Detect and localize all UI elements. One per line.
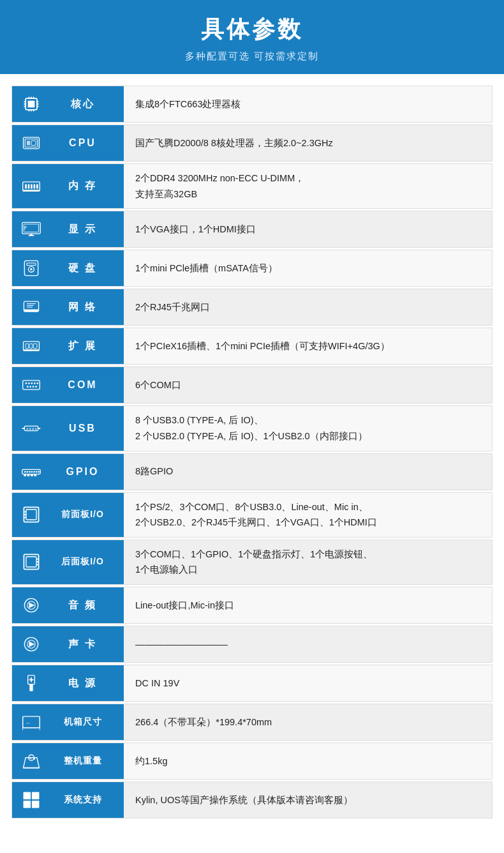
svg-rect-80 (26, 557, 36, 567)
spec-value-gpio: 8路GPIO (124, 454, 492, 490)
spec-value-power: DC IN 19V (124, 665, 492, 701)
spec-label-text-gpio: GPIO (49, 466, 116, 478)
svg-rect-10 (33, 96, 34, 98)
spec-label-front-io: 前面板I/O (12, 493, 124, 537)
display-icon (20, 218, 43, 241)
spec-label-text-usb: USB (49, 423, 116, 434)
spec-row-front-io: 前面板I/O 1个PS/2、3个COM口、8个USB3.0、Line-out、M… (11, 492, 493, 538)
spec-row-gpio: GPIO 8路GPIO (11, 453, 493, 490)
hdd-icon (20, 257, 43, 280)
spec-value-dimensions: 266.4（不带耳朵）*199.4*70mm (124, 704, 492, 740)
spec-label-usb: USB (12, 406, 124, 450)
svg-point-66 (31, 471, 33, 472)
expansion-icon (20, 335, 43, 358)
os-icon (20, 789, 43, 811)
svg-rect-81 (36, 559, 39, 560)
gpio-icon (20, 460, 43, 483)
spec-value-audio: Line-out接口,Mic-in接口 (124, 587, 492, 623)
svg-text:↔: ↔ (26, 721, 31, 726)
spec-value-hdd: 1个mini PCle插槽（mSATA信号） (124, 250, 492, 286)
spec-label-text-os: 系统支持 (49, 794, 116, 806)
weight-icon: kg (20, 750, 43, 773)
svg-rect-13 (33, 110, 34, 112)
soundcard-icon (20, 633, 43, 656)
svg-rect-77 (24, 514, 26, 515)
usb-icon (20, 417, 43, 440)
spec-row-memory: 内 存 2个DDR4 3200MHz non-ECC U-DIMM， 支持至高3… (11, 163, 493, 209)
svg-point-48 (31, 382, 33, 384)
svg-rect-91 (29, 684, 33, 691)
page-title: 具体参数 (6, 14, 498, 45)
svg-rect-3 (24, 103, 26, 105)
svg-point-47 (28, 382, 30, 384)
svg-rect-83 (36, 564, 39, 566)
svg-rect-2 (24, 102, 26, 103)
spec-label-com: COM (12, 367, 124, 403)
svg-rect-76 (24, 511, 26, 513)
spec-label-network: 网 络 (12, 289, 124, 325)
audio-icon (20, 594, 43, 617)
svg-rect-23 (36, 184, 38, 188)
spec-label-text-rear-io: 后面板I/O (49, 556, 116, 568)
svg-rect-11 (29, 110, 30, 112)
spec-value-display: 1个VGA接口，1个HDMI接口 (124, 211, 492, 247)
svg-point-49 (34, 382, 36, 384)
svg-rect-59 (29, 428, 31, 430)
svg-rect-57 (38, 428, 41, 429)
spec-value-rear-io: 3个COM口、1个GPIO、1个硬盘指示灯、1个电源按钮、 1个电源输入口 (124, 540, 492, 584)
svg-point-68 (36, 471, 38, 472)
spec-row-display: 显 示 1个VGA接口，1个HDMI接口 (11, 211, 493, 248)
page-header: 具体参数 多种配置可选 可按需求定制 (0, 0, 504, 74)
spec-label-expansion: 扩 展 (12, 328, 124, 364)
spec-label-hdd: 硬 盘 (12, 250, 124, 286)
front-io-icon (20, 503, 43, 526)
page-wrapper: 具体参数 多种配置可选 可按需求定制 (0, 0, 504, 853)
svg-rect-42 (29, 344, 32, 349)
svg-rect-8 (29, 96, 30, 98)
svg-rect-22 (34, 184, 36, 188)
spec-value-cpu: 国产飞腾D2000/8 8核处理器，主频2.0~2.3GHz (124, 125, 492, 161)
dimensions-icon: ↔ (20, 711, 43, 734)
svg-rect-4 (24, 106, 26, 107)
svg-rect-17 (31, 140, 36, 145)
spec-value-os: Kylin, UOS等国产操作系统（具体版本请咨询客服） (124, 782, 492, 818)
svg-rect-82 (36, 562, 39, 563)
spec-row-soundcard: 声 卡 —————————— (11, 626, 493, 663)
svg-rect-19 (25, 184, 27, 188)
spec-row-network: 网 络 2个RJ45千兆网口 (11, 289, 493, 326)
power-icon (20, 672, 43, 695)
spec-value-weight: 约1.5kg (124, 743, 492, 779)
spec-label-audio: 音 频 (12, 587, 124, 623)
svg-point-65 (29, 471, 31, 472)
spec-label-weight: kg 整机重量 (12, 743, 124, 779)
svg-rect-71 (27, 474, 30, 476)
spec-label-display: 显 示 (12, 211, 124, 247)
svg-point-69 (38, 471, 40, 472)
spec-label-power: 电 源 (12, 665, 124, 701)
spec-label-memory: 内 存 (12, 164, 124, 208)
spec-label-text-com: COM (49, 379, 116, 391)
svg-rect-56 (22, 428, 25, 429)
spec-label-text-core: 核心 (49, 98, 116, 111)
spec-label-cpu: CPU (12, 125, 124, 161)
svg-point-46 (26, 382, 27, 384)
svg-rect-5 (37, 102, 39, 103)
page-subtitle: 多种配置可选 可按需求定制 (6, 50, 498, 63)
svg-point-50 (36, 382, 38, 384)
svg-marker-89 (29, 642, 34, 647)
rear-io-icon (20, 550, 43, 573)
core-icon (20, 93, 43, 116)
spec-label-rear-io: 后面板I/O (12, 540, 124, 584)
svg-rect-73 (34, 474, 36, 476)
spec-label-text-soundcard: 声 卡 (49, 638, 116, 651)
spec-label-text-front-io: 前面板I/O (49, 509, 116, 520)
svg-rect-102 (24, 792, 31, 800)
specs-container: 核心 集成8个FTC663处理器核 CPU 国产飞腾D2000/8 8核处理器，… (0, 74, 504, 819)
svg-point-64 (26, 471, 28, 472)
spec-label-dimensions: ↔ 机箱尺寸 (12, 704, 124, 740)
svg-rect-43 (34, 344, 37, 349)
cpu-icon (20, 132, 43, 155)
svg-point-51 (27, 386, 29, 388)
svg-rect-44 (24, 350, 40, 352)
spec-row-dimensions: ↔ 机箱尺寸 266.4（不带耳朵）*199.4*70mm (11, 704, 493, 741)
